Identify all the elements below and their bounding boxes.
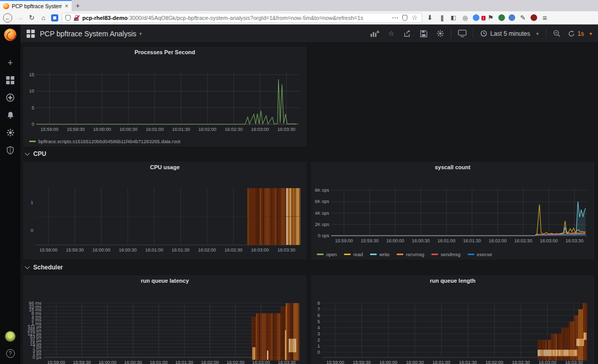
refresh-picker[interactable]: 1s ▾	[568, 30, 592, 37]
x-axis-tick-label: 16:03:00	[251, 127, 269, 132]
x-axis-tick-label: 15:59:00	[48, 360, 65, 364]
grafana-logo-icon[interactable]	[4, 29, 16, 41]
bookmark-flag-icon[interactable]: ⚑	[487, 14, 495, 21]
section-row-scheduler[interactable]: Scheduler	[26, 264, 63, 271]
y-axis-tick-label: 1	[317, 344, 320, 349]
legend-item[interactable]: open	[317, 252, 337, 257]
x-axis-tick-label: 16:01:30	[175, 360, 193, 364]
forward-button[interactable]: →	[16, 14, 24, 21]
y-axis-tick-label: 2K ops	[315, 222, 330, 227]
panel-processes-per-second: Processes Per Second 15:59:0015:59:3016:…	[22, 46, 307, 147]
url-text[interactable]: pcp-rhel83-demo:3000/d/45AqOltGk/pcp-bpf…	[82, 15, 388, 21]
permissions-icon[interactable]	[402, 15, 407, 21]
x-axis-tick-label: 16:02:30	[514, 238, 532, 243]
star-dashboard-button[interactable]: ☆	[385, 28, 397, 39]
legend-item[interactable]: read	[344, 252, 363, 257]
extension-translate-icon[interactable]	[509, 14, 515, 21]
help-button[interactable]: ?	[6, 349, 15, 358]
x-axis-tick-label: 16:00:00	[93, 127, 111, 132]
container-extension-icon[interactable]	[51, 14, 58, 21]
extension-pen-icon[interactable]: ✎	[519, 14, 527, 21]
x-axis-tick-label: 16:01:30	[172, 247, 190, 253]
panel-title[interactable]: run queue latency	[23, 275, 307, 286]
x-axis-tick-label: 16:03:00	[539, 360, 557, 364]
extension-green-icon[interactable]	[498, 14, 505, 21]
url-bar[interactable]: pcp-rhel83-demo:3000/d/45AqOltGk/pcp-bpf…	[62, 13, 422, 23]
cpu-usage-chart[interactable]: 15:59:0015:59:3016:00:0016:00:3016:01:00…	[23, 173, 307, 260]
x-axis-tick-label: 16:02:30	[224, 247, 242, 253]
browser-tab[interactable]: PCP bpftrace System An ✕	[0, 0, 72, 11]
add-panel-button[interactable]: +	[369, 28, 380, 39]
panel-legend: openreadwriterecvmsgsendmsgexecve	[317, 252, 492, 257]
reload-button[interactable]: ↻	[28, 14, 36, 21]
x-axis-tick-label: 16:03:30	[278, 127, 295, 132]
downloads-button[interactable]: ⬇	[426, 14, 434, 21]
panel-title[interactable]: CPU usage	[23, 162, 307, 173]
extension-blue-icon[interactable]	[473, 14, 479, 21]
share-dashboard-button[interactable]	[402, 28, 413, 39]
legend-series-color	[317, 254, 324, 255]
dashboard-title-caret-icon[interactable]: ▾	[140, 31, 142, 36]
panel-title[interactable]: Processes Per Second	[23, 47, 307, 58]
back-button[interactable]: ←	[3, 13, 12, 22]
tab-close-icon[interactable]: ✕	[64, 4, 68, 9]
x-axis-tick-label: 16:00:30	[412, 238, 430, 243]
bookmark-star-icon[interactable]: ☆	[410, 14, 419, 21]
sidebar-create-button[interactable]: +	[0, 54, 20, 72]
library-button[interactable]: |||	[438, 14, 446, 21]
x-axis-tick-label: 16:01:30	[463, 238, 481, 243]
sidebar-toggle-button[interactable]: ◧	[449, 15, 457, 20]
home-button[interactable]: ⌂	[39, 14, 48, 21]
menu-button[interactable]: ≡	[541, 14, 549, 21]
account-button[interactable]: ◎	[461, 15, 469, 21]
y-axis-tick-label: 7	[317, 307, 320, 312]
tracking-protection-shield-icon[interactable]	[65, 15, 71, 21]
legend-series-label: write	[379, 252, 389, 257]
cycle-view-mode-button[interactable]	[456, 28, 468, 39]
sidebar-server-admin-button[interactable]	[0, 141, 20, 158]
processes-chart[interactable]: 15:59:0015:59:3016:00:0016:00:3016:01:00…	[23, 58, 307, 147]
legend-item[interactable]: bpftrace.scripts.s151b5120b5d04586b11f4b…	[29, 139, 180, 144]
x-axis-tick-label: 16:01:00	[150, 360, 168, 364]
time-range-label: Last 5 minutes	[490, 30, 530, 37]
syscall-count-chart[interactable]: 15:59:0015:59:3016:00:0016:00:3016:01:00…	[311, 173, 594, 260]
y-axis-tick-label: 6	[317, 313, 320, 318]
section-row-cpu[interactable]: CPU	[26, 150, 46, 157]
panel-title[interactable]: syscall count	[311, 162, 594, 173]
x-axis-tick-label: 16:00:00	[93, 247, 110, 253]
legend-item[interactable]: execve	[468, 252, 492, 257]
dashboard-settings-button[interactable]	[434, 28, 446, 39]
sidebar-alerting-button[interactable]	[0, 106, 20, 124]
page-actions-icon[interactable]: ⋯	[391, 14, 399, 21]
extension-shield-icon[interactable]	[531, 14, 537, 21]
dashboard-grid-icon	[27, 30, 35, 38]
x-axis-tick-label: 15:59:00	[39, 247, 57, 253]
y-axis-tick-label: 6K ops	[315, 199, 330, 204]
x-axis-tick-label: 16:00:30	[124, 360, 142, 364]
x-axis-tick-label: 16:00:00	[386, 238, 404, 243]
x-axis-tick-label: 16:02:00	[486, 360, 503, 364]
run-queue-latency-chart[interactable]: 15:59:0015:59:3016:00:0016:00:3016:01:00…	[23, 286, 307, 364]
zoom-out-time-button[interactable]	[551, 28, 563, 39]
run-queue-length-chart[interactable]: 15:59:0015:59:3016:00:0016:00:3016:01:00…	[311, 286, 594, 364]
refresh-caret-icon: ▾	[589, 31, 592, 36]
legend-series-label: recvmsg	[406, 252, 424, 257]
sidebar-configuration-button[interactable]	[0, 124, 20, 141]
dashboard-title[interactable]: PCP bpftrace System Analysis	[40, 30, 136, 38]
time-range-picker[interactable]: Last 5 minutes ▾	[478, 30, 541, 37]
legend-series-label: sendmsg	[441, 252, 461, 257]
panel-title[interactable]: run queue length	[311, 275, 594, 286]
section-label: Scheduler	[33, 264, 63, 271]
legend-item[interactable]: write	[370, 252, 389, 257]
x-axis-tick-label: 16:02:00	[198, 247, 216, 253]
legend-series-color	[344, 254, 351, 255]
save-dashboard-button[interactable]	[418, 28, 429, 39]
insecure-lock-icon[interactable]	[74, 15, 79, 21]
legend-item[interactable]: sendmsg	[431, 252, 461, 257]
user-avatar[interactable]	[5, 331, 16, 342]
browser-tab-strip: PCP bpftrace System An ✕ +	[0, 0, 598, 11]
legend-item[interactable]: recvmsg	[397, 252, 424, 257]
new-tab-button[interactable]: +	[72, 0, 84, 11]
sidebar-dashboards-button[interactable]	[0, 72, 20, 89]
sidebar-explore-button[interactable]	[0, 89, 20, 106]
